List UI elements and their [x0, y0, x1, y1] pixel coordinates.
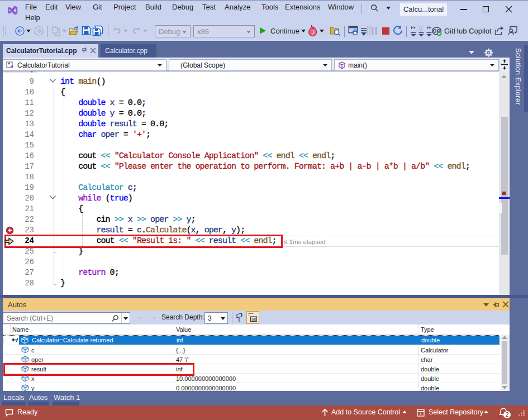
svg-text:ab: ab [251, 317, 256, 322]
